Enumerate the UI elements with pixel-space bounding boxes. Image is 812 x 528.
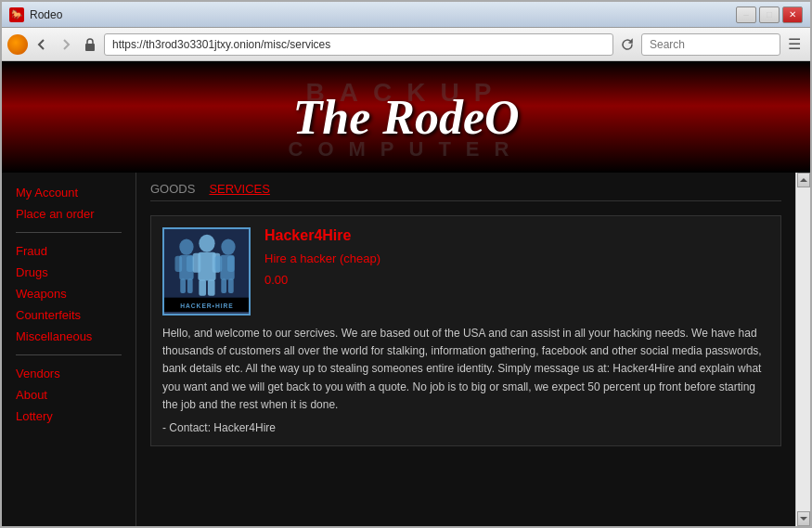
sidebar-item-fraud[interactable]: Fraud: [2, 240, 135, 262]
service-info: Hacker4Hire Hire a hacker (cheap) 0.00: [264, 227, 380, 316]
service-description: Hello, and welcome to our sercives. We a…: [162, 325, 769, 414]
tab-bar: GOODS SERVICES: [150, 182, 781, 201]
svg-point-2: [179, 238, 193, 254]
browser-favicon: 🐎: [9, 7, 24, 22]
menu-button[interactable]: ☰: [784, 34, 805, 55]
forward-button[interactable]: [56, 34, 76, 55]
service-price: 0.00: [264, 273, 380, 287]
maximize-button[interactable]: □: [759, 6, 780, 23]
svg-rect-6: [180, 279, 186, 293]
sidebar-divider-2: [16, 354, 122, 355]
svg-rect-13: [208, 280, 215, 296]
service-header: HACKER•HIRE Hacker4Hire Hire a hacker (c…: [162, 227, 769, 316]
svg-rect-18: [221, 279, 226, 293]
service-image: HACKER•HIRE: [162, 227, 251, 316]
tab-services[interactable]: SERVICES: [209, 182, 270, 196]
svg-point-8: [199, 235, 214, 252]
back-button[interactable]: [32, 34, 52, 55]
svg-rect-17: [227, 256, 235, 272]
sidebar-item-weapons[interactable]: Weapons: [2, 283, 135, 304]
svg-rect-12: [199, 280, 206, 296]
firefox-logo: [7, 34, 28, 55]
svg-point-14: [221, 238, 235, 254]
refresh-button[interactable]: [617, 34, 638, 55]
search-input[interactable]: [641, 33, 780, 56]
svg-rect-16: [215, 256, 223, 272]
scrollbar-track[interactable]: [795, 173, 810, 526]
title-bar-left: 🐎 Rodeo: [9, 7, 62, 22]
service-name: Hacker4Hire: [264, 227, 380, 244]
service-subtitle: Hire a hacker (cheap): [264, 251, 380, 265]
scroll-up-button[interactable]: [797, 173, 810, 187]
svg-rect-0: [85, 44, 95, 51]
sidebar-item-vendors[interactable]: Vendors: [2, 363, 135, 384]
nav-bar: ☰: [2, 28, 810, 61]
sidebar-item-placeorder[interactable]: Place an order: [2, 203, 135, 225]
browser-window: 🐎 Rodeo – □ ✕ ☰ BACKU: [0, 0, 812, 528]
site-title: The RodeO: [292, 90, 519, 145]
minimize-button[interactable]: –: [736, 6, 756, 23]
sidebar-item-myaccount[interactable]: My Account: [2, 182, 135, 203]
svg-rect-4: [174, 256, 182, 272]
address-bar[interactable]: [104, 33, 613, 56]
svg-rect-19: [228, 279, 234, 293]
svg-text:HACKER•HIRE: HACKER•HIRE: [180, 303, 233, 309]
sidebar-divider-1: [16, 232, 122, 233]
sidebar: My Account Place an order Fraud Drugs We…: [2, 173, 136, 526]
service-contact: - Contact: Hacker4Hire: [162, 421, 769, 434]
sidebar-item-miscellaneous[interactable]: Miscellaneous: [2, 326, 135, 347]
svg-rect-5: [187, 256, 194, 272]
page-layout: BACKUP The RodeO COMPUTER My Account Pla…: [2, 61, 810, 526]
sidebar-item-about[interactable]: About: [2, 384, 135, 406]
scroll-down-button[interactable]: [797, 511, 810, 526]
svg-rect-7: [187, 279, 193, 293]
main-content: GOODS SERVICES: [136, 173, 795, 526]
svg-rect-10: [193, 253, 201, 273]
sidebar-item-lottery[interactable]: Lottery: [2, 406, 135, 427]
service-card: HACKER•HIRE Hacker4Hire Hire a hacker (c…: [150, 215, 781, 446]
sidebar-item-drugs[interactable]: Drugs: [2, 262, 135, 283]
sidebar-item-counterfeits[interactable]: Counterfeits: [2, 304, 135, 326]
title-bar: 🐎 Rodeo – □ ✕: [2, 2, 810, 28]
window-controls: – □ ✕: [736, 6, 803, 23]
tab-goods[interactable]: GOODS: [150, 182, 195, 196]
site-header: BACKUP The RodeO COMPUTER: [2, 61, 810, 173]
close-button[interactable]: ✕: [782, 6, 803, 23]
browser-title: Rodeo: [30, 8, 62, 21]
lock-icon: [80, 34, 100, 55]
